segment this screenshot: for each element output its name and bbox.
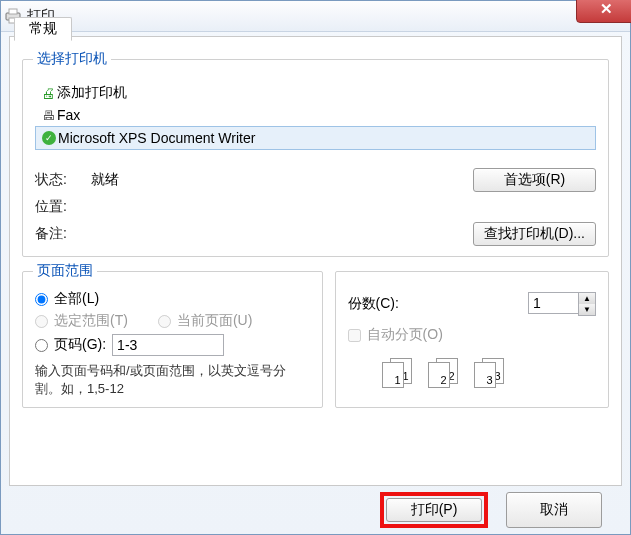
range-pages-input[interactable]: [112, 334, 224, 356]
close-icon: ✕: [600, 0, 613, 18]
page-stack-icon: 2 2: [428, 358, 462, 388]
range-pages-label: 页码(G):: [54, 336, 106, 354]
printer-item-xps[interactable]: ✓ Microsoft XPS Document Writer: [35, 126, 596, 150]
collate-label: 自动分页(O): [367, 326, 443, 344]
find-printer-button[interactable]: 查找打印机(D)...: [473, 222, 596, 246]
range-all-label: 全部(L): [54, 290, 99, 308]
page-range-group: 页面范围 全部(L) 选定范围(T) 当前页面(U) 页码(G):: [22, 271, 323, 408]
status-label: 状态:: [35, 171, 91, 189]
tab-general[interactable]: 常规: [14, 17, 72, 41]
range-current-radio: [158, 315, 171, 328]
copies-group: x 份数(C): ▲ ▼ 自动分页(O): [335, 271, 609, 408]
page-stack-icon: 3 3: [474, 358, 508, 388]
range-pages-radio[interactable]: [35, 339, 48, 352]
cancel-button[interactable]: 取消: [506, 492, 602, 528]
printer-select-group: 选择打印机 🖨 添加打印机 🖷 Fax ✓ Microsoft XPS Docu…: [22, 59, 609, 257]
printer-item-add[interactable]: 🖨 添加打印机: [35, 82, 596, 104]
printer-item-label: Fax: [57, 107, 80, 123]
collate-checkbox: [348, 329, 361, 342]
printer-item-label: 添加打印机: [57, 84, 127, 102]
status-value: 就绪: [91, 171, 473, 189]
page-stack-icon: 1 1: [382, 358, 416, 388]
printer-item-label: Microsoft XPS Document Writer: [58, 130, 255, 146]
preferences-button[interactable]: 首选项(R): [473, 168, 596, 192]
location-label: 位置:: [35, 198, 91, 216]
collate-illustration: 1 1 2 2 3 3: [348, 358, 596, 388]
copies-input[interactable]: [528, 292, 578, 314]
close-button[interactable]: ✕: [576, 0, 631, 23]
page-range-legend: 页面范围: [33, 262, 97, 280]
add-printer-icon: 🖨: [39, 85, 57, 101]
range-hint: 输入页面号码和/或页面范围，以英文逗号分割。如，1,5-12: [35, 362, 310, 397]
range-current-label: 当前页面(U): [177, 312, 252, 330]
print-dialog-window: 打印 ✕ 常规 选择打印机 🖨 添加打印机 🖷 Fax ✓ Microsoft …: [0, 0, 631, 535]
printer-list[interactable]: 🖨 添加打印机 🖷 Fax ✓ Microsoft XPS Document W…: [35, 82, 596, 150]
range-selection-radio: [35, 315, 48, 328]
xps-printer-icon: ✓: [40, 131, 58, 145]
client-area: 常规 选择打印机 🖨 添加打印机 🖷 Fax ✓ Microsoft XPS D…: [9, 36, 622, 486]
copies-label: 份数(C):: [348, 295, 399, 313]
copies-down-button[interactable]: ▼: [579, 304, 595, 315]
printer-item-fax[interactable]: 🖷 Fax: [35, 104, 596, 126]
printer-select-legend: 选择打印机: [33, 50, 111, 68]
copies-spinner[interactable]: ▲ ▼: [528, 292, 596, 316]
fax-icon: 🖷: [39, 108, 57, 123]
comment-label: 备注:: [35, 225, 91, 243]
range-selection-label: 选定范围(T): [54, 312, 128, 330]
print-button[interactable]: 打印(P): [386, 498, 482, 522]
dialog-footer: 打印(P) 取消: [1, 492, 630, 528]
titlebar: 打印 ✕: [1, 1, 630, 32]
print-button-highlight: 打印(P): [380, 492, 488, 528]
copies-up-button[interactable]: ▲: [579, 293, 595, 304]
range-all-radio[interactable]: [35, 293, 48, 306]
svg-rect-1: [9, 9, 17, 14]
